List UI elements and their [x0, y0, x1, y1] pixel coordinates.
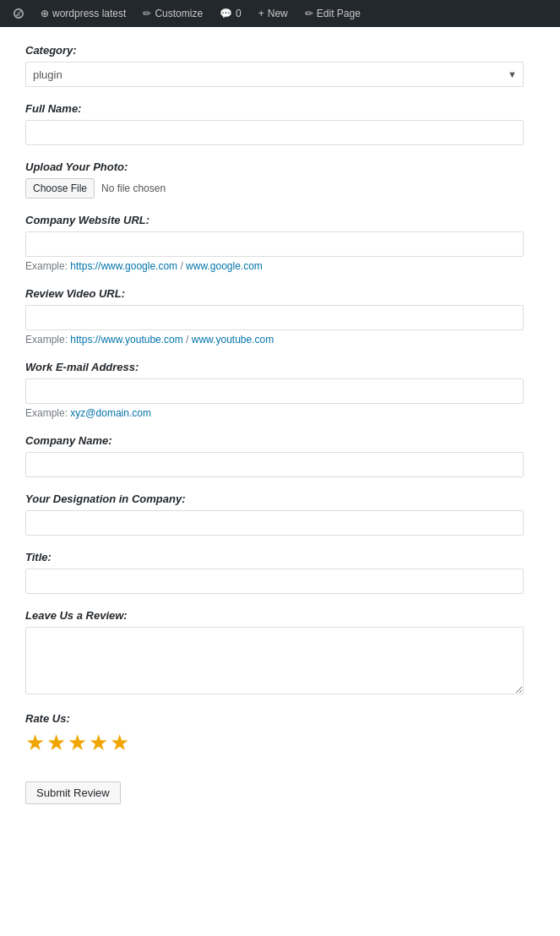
review-video-hint-link2[interactable]: www.youtube.com [192, 334, 274, 346]
review-video-input[interactable] [25, 305, 524, 330]
file-upload-wrap: Choose File No file chosen [25, 178, 524, 199]
review-video-hint: Example: https://www.youtube.com / www.y… [25, 334, 524, 346]
company-name-label: Company Name: [25, 434, 524, 447]
comments-icon: 💬 [220, 8, 232, 19]
review-video-field-group: Review Video URL: Example: https://www.y… [25, 287, 524, 346]
company-name-input[interactable] [25, 452, 524, 477]
edit-icon: ✏ [305, 8, 313, 19]
upload-photo-label: Upload Your Photo: [25, 161, 524, 173]
title-label: Title: [25, 551, 524, 563]
admin-bar-customize[interactable]: ✏ Customize [136, 0, 209, 27]
star-4[interactable]: ★ [89, 730, 108, 756]
choose-file-button[interactable]: Choose File [25, 178, 95, 199]
star-5[interactable]: ★ [110, 730, 129, 756]
title-field-group: Title: [25, 551, 524, 594]
company-website-input[interactable] [25, 231, 524, 257]
company-website-hint: Example: https://www.google.com / www.go… [25, 260, 524, 272]
star-3[interactable]: ★ [68, 730, 87, 756]
stars-wrap[interactable]: ★ ★ ★ ★ ★ [25, 730, 524, 756]
admin-bar-comments[interactable]: 💬 0 [213, 0, 248, 27]
company-name-field-group: Company Name: [25, 434, 524, 477]
designation-label: Your Designation in Company: [25, 492, 524, 505]
rate-field-group: Rate Us: ★ ★ ★ ★ ★ [25, 712, 524, 756]
wp-icon: ⊕ [41, 8, 49, 19]
star-1[interactable]: ★ [25, 730, 45, 756]
work-email-hint-link[interactable]: xyz@domain.com [70, 407, 151, 419]
review-form: Category: plugin theme service ▼ Full Na… [25, 44, 524, 804]
star-2[interactable]: ★ [46, 730, 66, 756]
category-select-wrap: plugin theme service ▼ [25, 62, 524, 87]
title-input[interactable] [25, 569, 524, 594]
page-content: Category: plugin theme service ▼ Full Na… [0, 27, 560, 936]
work-email-hint: Example: xyz@domain.com [25, 407, 524, 419]
rate-label: Rate Us: [25, 712, 524, 725]
wp-logo[interactable] [7, 2, 30, 25]
full-name-field-group: Full Name: [25, 102, 524, 145]
designation-input[interactable] [25, 510, 524, 536]
company-website-label: Company Website URL: [25, 214, 524, 226]
company-website-field-group: Company Website URL: Example: https://ww… [25, 214, 524, 272]
file-name-text: No file chosen [101, 182, 166, 194]
designation-field-group: Your Designation in Company: [25, 492, 524, 536]
admin-bar-site[interactable]: ⊕ wordpress latest [34, 0, 133, 27]
full-name-input[interactable] [25, 120, 524, 145]
category-label: Category: [25, 44, 524, 57]
review-video-label: Review Video URL: [25, 287, 524, 300]
company-website-hint-link2[interactable]: www.google.com [186, 260, 263, 272]
full-name-label: Full Name: [25, 102, 524, 115]
new-icon: + [258, 8, 264, 19]
work-email-field-group: Work E-mail Address: Example: xyz@domain… [25, 361, 524, 419]
work-email-label: Work E-mail Address: [25, 361, 524, 373]
category-select[interactable]: plugin theme service [25, 62, 524, 87]
work-email-input[interactable] [25, 378, 524, 404]
customize-icon: ✏ [143, 8, 151, 19]
upload-photo-field-group: Upload Your Photo: Choose File No file c… [25, 161, 524, 199]
admin-bar-new[interactable]: + New [252, 0, 295, 27]
review-textarea[interactable] [25, 627, 524, 694]
company-website-hint-link1[interactable]: https://www.google.com [70, 260, 177, 272]
submit-review-button[interactable]: Submit Review [25, 781, 121, 804]
review-video-hint-link1[interactable]: https://www.youtube.com [70, 334, 182, 346]
review-field-group: Leave Us a Review: [25, 609, 524, 697]
category-field-group: Category: plugin theme service ▼ [25, 44, 524, 87]
admin-bar-edit-page[interactable]: ✏ Edit Page [298, 0, 367, 27]
review-label: Leave Us a Review: [25, 609, 524, 622]
admin-bar: ⊕ wordpress latest ✏ Customize 💬 0 + New… [0, 0, 560, 27]
